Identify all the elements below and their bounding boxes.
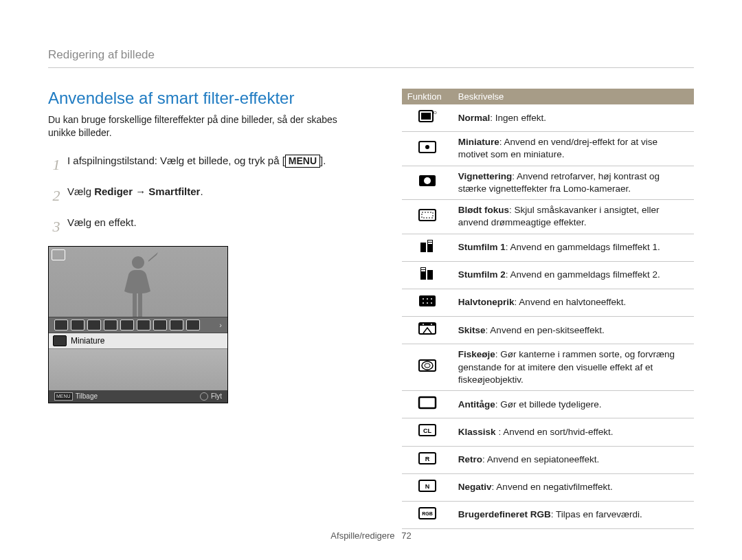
lcd-empty-area — [49, 349, 227, 390]
oldfilm1-icon — [418, 238, 437, 254]
svg-rect-15 — [421, 268, 425, 269]
section-title: Anvendelse af smart filter-effekter — [48, 89, 361, 108]
table-row: RGBBrugerdefineret RGB: Tilpas en farvev… — [402, 501, 694, 528]
fn-desc-cell: Halvtoneprik: Anvend en halvtoneeffekt. — [453, 289, 694, 316]
fn-icon-cell: R — [402, 446, 453, 473]
selected-filter-label: Miniature — [71, 336, 104, 346]
step-text: I afspilningstilstand: Vælg et billede, … — [67, 153, 361, 176]
fn-name: Antitåge — [458, 399, 495, 410]
filter-thumb-icon — [120, 320, 134, 331]
svg-point-23 — [431, 302, 432, 304]
fn-icon-cell: CL — [402, 418, 453, 446]
running-title: Redigering af billede — [48, 48, 694, 68]
step-text: Vælg Rediger → Smartfilter. — [67, 184, 361, 207]
fn-desc-cell: Normal: Ingen effekt. — [453, 104, 694, 132]
rgb-icon: RGB — [418, 506, 437, 521]
svg-rect-25 — [419, 323, 436, 326]
fn-desc: : Ingen effekt. — [490, 113, 546, 123]
fn-desc-cell: Negativ: Anvend en negativfilmeffekt. — [453, 473, 694, 501]
footer-section: Afspille/redigere — [330, 530, 394, 541]
lcd-filter-strip: › — [49, 317, 227, 333]
menu-key-icon: MENU — [285, 155, 320, 168]
fn-name: Halvtoneprik — [458, 297, 515, 307]
fn-desc-cell: Klassisk : Anvend en sort/hvid-effekt. — [453, 418, 694, 446]
lcd-selected-row: Miniature — [49, 333, 227, 349]
svg-rect-12 — [428, 243, 432, 244]
page-footer: Afspille/redigere 72 — [0, 530, 742, 541]
table-row: Halvtoneprik: Anvend en halvtoneeffekt. — [402, 289, 694, 316]
page: Redigering af billede Anvendelse af smar… — [0, 0, 742, 560]
svg-rect-2 — [421, 113, 431, 120]
fn-name: Miniature — [458, 137, 499, 147]
fn-icon-cell — [402, 200, 453, 234]
filter-thumb-icon — [153, 320, 167, 331]
fn-desc-cell: Fiskeøje: Gør kanterne i rammen sorte, o… — [453, 344, 694, 391]
fn-desc-cell: Miniature: Anvend en vend/drej-effekt fo… — [453, 132, 694, 166]
fn-desc: : Gør et billede tydeligere. — [495, 399, 602, 410]
table-row: Miniature: Anvend en vend/drej-effekt fo… — [402, 132, 694, 166]
fisheye-icon — [418, 358, 437, 373]
table-row: Fiskeøje: Gør kanterne i rammen sorte, o… — [402, 344, 694, 391]
lcd-photo-area — [49, 247, 227, 317]
svg-point-21 — [423, 302, 424, 304]
svg-rect-14 — [427, 270, 433, 280]
table-header-row: Funktion Beskrivelse — [402, 89, 694, 104]
vignette-icon — [418, 173, 437, 188]
off-icon: OFF — [418, 109, 437, 124]
filter-thumb-icon — [104, 320, 117, 331]
fn-desc: : Anvend en halvtoneeffekt. — [515, 297, 627, 307]
svg-point-27 — [431, 324, 432, 325]
fn-icon-cell: RGB — [402, 501, 453, 528]
table-row: OFFNormal: Ingen effekt. — [402, 104, 694, 132]
table-row: Blødt fokus: Skjul småskavanker i ansigt… — [402, 200, 694, 234]
svg-text:N: N — [425, 483, 430, 490]
step-1: 1 I afspilningstilstand: Vælg et billede… — [48, 153, 361, 176]
chevron-right-icon: › — [219, 321, 222, 329]
fn-name: Blødt fokus — [458, 205, 509, 215]
fn-icon-cell: N — [402, 473, 453, 501]
fn-desc-cell: Stumfilm 1: Anvend en gammeldags filmeff… — [453, 234, 694, 261]
table-row: Vignettering: Anvend retrofarver, høj ko… — [402, 166, 694, 199]
svg-text:OFF: OFF — [434, 111, 437, 115]
step-2: 2 Vælg Rediger → Smartfilter. — [48, 184, 361, 207]
fn-desc: : Tilpas en farveværdi. — [551, 509, 642, 519]
fn-name: Normal — [458, 113, 491, 123]
step-text-prefix: I afspilningstilstand: Vælg et billede, … — [67, 155, 285, 166]
svg-rect-10 — [420, 243, 426, 252]
fn-name: Vignettering — [458, 171, 513, 181]
fn-desc: : Anvend en gammeldags filmeffekt 1. — [506, 242, 660, 252]
fn-desc-cell: Blødt fokus: Skjul småskavanker i ansigt… — [453, 200, 694, 234]
svg-text:CL: CL — [423, 427, 431, 434]
softkey-back-label: Tilbage — [76, 392, 98, 400]
svg-rect-8 — [422, 212, 433, 218]
sketch-icon — [418, 321, 437, 336]
svg-point-29 — [422, 361, 433, 370]
table-row: Antitåge: Gør et billede tydeligere. — [402, 391, 694, 418]
svg-point-19 — [427, 298, 428, 300]
table-row: Stumfilm 1: Anvend en gammeldags filmeff… — [402, 234, 694, 261]
svg-text:R: R — [425, 456, 430, 462]
step-number: 2 — [48, 184, 65, 207]
filter-thumb-icon — [87, 320, 101, 331]
miniature-icon — [418, 139, 437, 155]
fn-name: Klassisk — [458, 427, 499, 437]
filter-thumb-icon — [137, 320, 150, 331]
filter-table: Funktion Beskrivelse OFFNormal: Ingen ef… — [402, 89, 694, 529]
menu-key-icon: MENU — [54, 392, 73, 401]
camera-lcd-preview: › Miniature MENU Tilbage Flyt — [48, 246, 228, 403]
svg-point-6 — [424, 177, 431, 184]
softkey-move-label: Flyt — [211, 392, 222, 400]
fn-desc: : Anvend en gammeldags filmeffekt 2. — [506, 269, 660, 280]
fn-desc-cell: Skitse: Anvend en pen-skitseeffekt. — [453, 317, 694, 344]
softfocus-icon — [418, 208, 437, 223]
fn-icon-cell — [402, 234, 453, 261]
fn-icon-cell — [402, 344, 453, 391]
svg-point-30 — [425, 363, 430, 368]
subject-silhouette-icon — [107, 247, 169, 317]
svg-point-22 — [427, 302, 428, 304]
fn-desc: : Anvend en pen-skitseeffekt. — [486, 325, 605, 335]
fn-icon-cell — [402, 317, 453, 344]
smartfilter-icon — [52, 249, 65, 260]
fn-name: Fiskeøje — [458, 349, 495, 359]
th-description: Beskrivelse — [453, 89, 694, 104]
